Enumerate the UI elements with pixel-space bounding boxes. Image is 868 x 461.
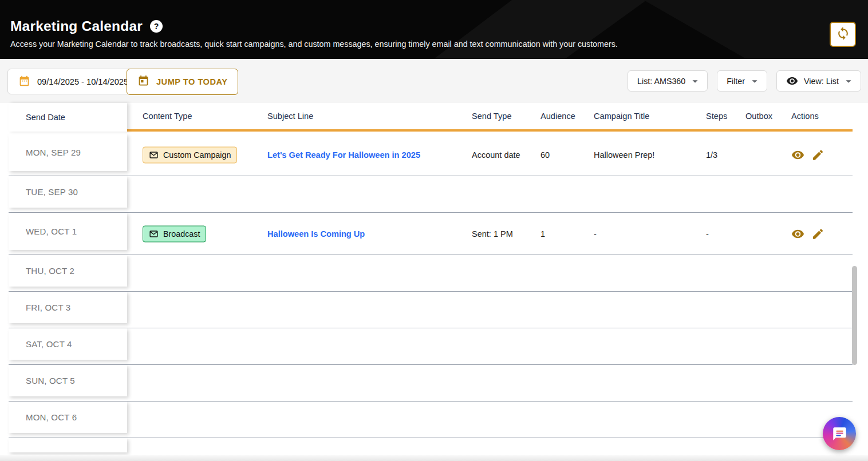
content-type-badge-custom-campaign: Custom Campaign [143, 146, 237, 163]
edit-button[interactable] [811, 227, 824, 240]
sync-icon [836, 26, 850, 42]
pencil-icon [811, 148, 824, 161]
send-date-label: SUN, OCT 5 [26, 376, 75, 386]
date-range-value: 09/14/2025 - 10/14/2025 [37, 77, 128, 86]
steps-cell: 1/3 [706, 150, 717, 160]
content-type-badge-wrap: Custom Campaign [143, 146, 237, 163]
table-row [9, 438, 853, 455]
send-date-cell: MON, SEP 29 [9, 134, 127, 171]
send-date-cell: FRI, OCT 3 [9, 292, 127, 323]
table-row: SAT, OCT 4 [9, 328, 853, 365]
steps-cell: - [706, 229, 709, 239]
send-date-label: THU, OCT 2 [26, 266, 74, 276]
view-dropdown-label: View: List [804, 77, 839, 86]
audience-cell: 60 [540, 150, 550, 160]
calendar-range-icon [18, 75, 30, 89]
column-header-audience: Audience [540, 112, 575, 121]
pencil-icon [811, 227, 824, 240]
page-title: Marketing Calendar [10, 18, 143, 34]
row-actions [791, 227, 824, 240]
table-body: MON, SEP 29 Custom Campaign Let's Get Re… [0, 134, 868, 455]
send-date-label: FRI, OCT 3 [26, 303, 70, 312]
send-date-label: MON, OCT 6 [26, 412, 77, 422]
chevron-down-icon [842, 75, 855, 88]
table-row: FRI, OCT 3 [9, 292, 853, 328]
filter-dropdown[interactable]: Filter [717, 70, 767, 92]
jump-to-today-label: JUMP TO TODAY [156, 77, 227, 86]
list-dropdown-label: List: AMS360 [637, 77, 685, 86]
table-row: THU, OCT 2 [9, 255, 853, 292]
envelope-icon [149, 229, 159, 239]
column-header-content-type: Content Type [143, 112, 192, 121]
column-header-send-date: Send Date [26, 113, 65, 122]
chat-bubble-icon [832, 426, 847, 442]
send-date-cell [9, 438, 127, 452]
chevron-down-icon [748, 75, 761, 88]
table-row: MON, SEP 29 Custom Campaign Let's Get Re… [9, 134, 853, 176]
subject-link[interactable]: Let's Get Ready For Halloween in 2025 [267, 150, 420, 160]
content-type-badge-wrap: Broadcast [143, 225, 206, 242]
column-header-send-type: Send Type [472, 112, 512, 121]
table-row: WED, OCT 1 Broadcast Halloween Is Coming… [9, 213, 853, 255]
chat-launcher-button[interactable] [823, 417, 856, 450]
send-date-label: MON, SEP 29 [26, 148, 81, 157]
send-date-cell: TUE, SEP 30 [9, 176, 127, 208]
table-row: TUE, SEP 30 [9, 176, 853, 213]
column-header-actions: Actions [791, 112, 819, 121]
send-date-cell: SAT, OCT 4 [9, 328, 127, 360]
view-dropdown[interactable]: View: List [776, 70, 861, 92]
eye-icon [786, 75, 798, 87]
subject-link[interactable]: Halloween Is Coming Up [267, 229, 365, 239]
page-subtitle: Access your Marketing Calendar to track … [10, 39, 618, 49]
envelope-icon [149, 150, 159, 160]
campaign-title-cell: Halloween Prep! [594, 150, 654, 160]
edit-button[interactable] [811, 148, 824, 161]
column-header-steps: Steps [706, 112, 727, 121]
send-type-cell: Sent: 1 PM [472, 229, 513, 239]
calendar-today-icon [137, 75, 149, 89]
send-date-cell: WED, OCT 1 [9, 213, 127, 250]
campaign-title-cell: - [594, 229, 597, 239]
content-type-label: Custom Campaign [163, 150, 231, 160]
send-date-cell: MON, OCT 6 [9, 402, 127, 433]
column-header-campaign-title: Campaign Title [594, 112, 649, 121]
table-row: MON, OCT 6 [9, 402, 853, 438]
page-header: Marketing Calendar ? Access your Marketi… [0, 0, 868, 59]
help-icon[interactable]: ? [150, 20, 163, 33]
content-type-badge-broadcast: Broadcast [143, 225, 206, 242]
eye-icon [791, 148, 804, 161]
send-date-label: TUE, SEP 30 [26, 187, 78, 197]
column-header-outbox: Outbox [745, 112, 772, 121]
content-type-label: Broadcast [163, 229, 200, 239]
row-actions [791, 148, 824, 161]
jump-to-today-button[interactable]: JUMP TO TODAY [127, 69, 238, 95]
toolbar: 09/14/2025 - 10/14/2025 JUMP TO TODAY Li… [0, 59, 868, 103]
eye-icon [791, 227, 804, 240]
audience-cell: 1 [540, 229, 545, 239]
sync-button[interactable] [830, 22, 856, 47]
marketing-calendar-page: Marketing Calendar ? Access your Marketi… [0, 0, 868, 461]
preview-button[interactable] [791, 148, 804, 161]
table-header-date-cell: Send Date [9, 103, 127, 132]
table-header: Send Date Content Type Subject Line Send… [9, 103, 853, 132]
filter-dropdown-label: Filter [727, 77, 745, 86]
chevron-down-icon [689, 75, 701, 88]
table-row: SUN, OCT 5 [9, 365, 853, 402]
send-date-cell: THU, OCT 2 [9, 255, 127, 287]
list-dropdown[interactable]: List: AMS360 [628, 70, 708, 92]
send-date-cell: SUN, OCT 5 [9, 365, 127, 396]
vertical-scrollbar-thumb[interactable] [852, 266, 857, 365]
send-date-label: WED, OCT 1 [26, 226, 77, 236]
horizontal-scrollbar-track [0, 455, 868, 461]
send-date-label: SAT, OCT 4 [26, 339, 72, 349]
send-type-cell: Account date [472, 150, 520, 160]
date-range-button[interactable]: 09/14/2025 - 10/14/2025 [7, 69, 139, 94]
preview-button[interactable] [791, 227, 804, 240]
column-header-subject-line: Subject Line [267, 112, 313, 121]
